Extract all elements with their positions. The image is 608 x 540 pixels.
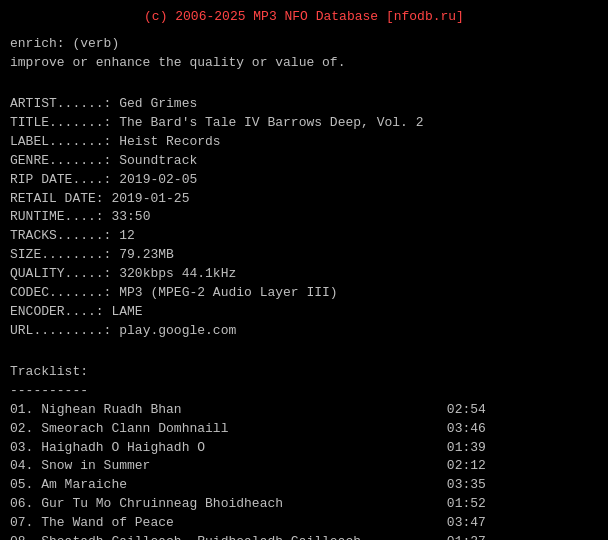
metadata-title: TITLE.......: The Bard's Tale IV Barrows…	[10, 114, 598, 133]
retail-date-label: RETAIL DATE:	[10, 191, 104, 206]
url-label: URL.........:	[10, 323, 111, 338]
genre-label: GENRE.......:	[10, 153, 111, 168]
artist-value: Ged Grimes	[119, 96, 197, 111]
tracklist-items: 01. Nighean Ruadh Bhan 02:5402. Smeorach…	[10, 401, 598, 540]
tracklist-item: 06. Gur Tu Mo Chruinneag Bhoidheach 01:5…	[10, 495, 598, 514]
metadata-rip-date: RIP DATE....: 2019-02-05	[10, 171, 598, 190]
tracklist-item: 05. Am Maraiche 03:35	[10, 476, 598, 495]
rip-date-value: 2019-02-05	[119, 172, 197, 187]
artist-label: ARTIST......:	[10, 96, 111, 111]
metadata-encoder: ENCODER....: LAME	[10, 303, 598, 322]
metadata-url: URL.........: play.google.com	[10, 322, 598, 341]
label-value: Heist Records	[119, 134, 220, 149]
metadata-tracks: TRACKS......: 12	[10, 227, 598, 246]
tracklist-header: Tracklist:	[10, 363, 598, 382]
title-label: TITLE.......:	[10, 115, 111, 130]
url-value: play.google.com	[119, 323, 236, 338]
title-value: The Bard's Tale IV Barrows Deep, Vol. 2	[119, 115, 423, 130]
genre-value: Soundtrack	[119, 153, 197, 168]
quality-value: 320kbps 44.1kHz	[119, 266, 236, 281]
metadata-retail-date: RETAIL DATE: 2019-01-25	[10, 190, 598, 209]
tracklist-divider: ----------	[10, 382, 598, 401]
quality-label: QUALITY.....:	[10, 266, 111, 281]
tracklist-item: 04. Snow in Summer 02:12	[10, 457, 598, 476]
runtime-value: 33:50	[111, 209, 150, 224]
tracklist-item: 03. Haighadh O Haighadh O 01:39	[10, 439, 598, 458]
tracklist-section: Tracklist: ---------- 01. Nighean Ruadh …	[10, 363, 598, 540]
tracks-value: 12	[119, 228, 135, 243]
enrich-definition: improve or enhance the quality or value …	[10, 54, 598, 73]
metadata-size: SIZE........: 79.23MB	[10, 246, 598, 265]
header-line: (c) 2006-2025 MP3 NFO Database [nfodb.ru…	[10, 8, 598, 27]
metadata-artist: ARTIST......: Ged Grimes	[10, 95, 598, 114]
metadata-runtime: RUNTIME....: 33:50	[10, 208, 598, 227]
tracklist-item: 01. Nighean Ruadh Bhan 02:54	[10, 401, 598, 420]
tracklist-item: 02. Smeorach Clann Domhnaill 03:46	[10, 420, 598, 439]
size-value: 79.23MB	[119, 247, 174, 262]
enrich-section: enrich: (verb) improve or enhance the qu…	[10, 35, 598, 73]
retail-date-value: 2019-01-25	[111, 191, 189, 206]
metadata-section: ARTIST......: Ged Grimes TITLE.......: T…	[10, 95, 598, 340]
encoder-value: LAME	[111, 304, 142, 319]
blank-line2	[10, 344, 598, 363]
tracklist-item: 07. The Wand of Peace 03:47	[10, 514, 598, 533]
codec-label: CODEC.......:	[10, 285, 111, 300]
blank-line	[10, 77, 598, 96]
size-label: SIZE........:	[10, 247, 111, 262]
metadata-quality: QUALITY.....: 320kbps 44.1kHz	[10, 265, 598, 284]
codec-value: MP3 (MPEG-2 Audio Layer III)	[119, 285, 337, 300]
label-label: LABEL.......:	[10, 134, 111, 149]
tracks-label: TRACKS......:	[10, 228, 111, 243]
metadata-label: LABEL.......: Heist Records	[10, 133, 598, 152]
rip-date-label: RIP DATE....:	[10, 172, 111, 187]
metadata-genre: GENRE.......: Soundtrack	[10, 152, 598, 171]
runtime-label: RUNTIME....:	[10, 209, 104, 224]
enrich-label: enrich: (verb)	[10, 35, 598, 54]
encoder-label: ENCODER....:	[10, 304, 104, 319]
tracklist-item: 08. Sheatadh Cailleach, Ruidhealadh Cail…	[10, 533, 598, 540]
metadata-codec: CODEC.......: MP3 (MPEG-2 Audio Layer II…	[10, 284, 598, 303]
